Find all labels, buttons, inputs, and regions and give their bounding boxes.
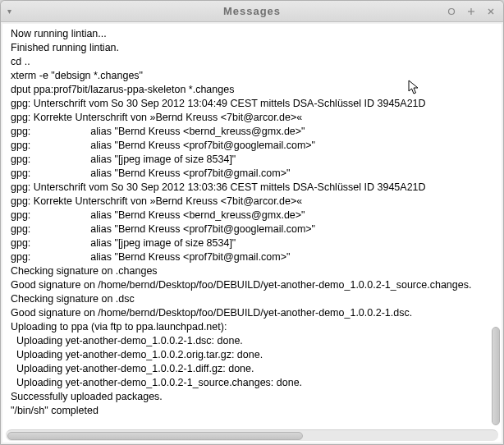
window-menu-icon[interactable]: ▾ — [7, 7, 11, 16]
output-line: Uploading to ppa (via ftp to ppa.launchp… — [11, 320, 493, 334]
close-button[interactable] — [485, 6, 497, 17]
output-line: Checking signature on .changes — [11, 264, 493, 278]
output-line: gpg: alias "Bernd Kreuss <prof7bit@gmail… — [11, 250, 493, 264]
svg-point-0 — [449, 8, 455, 14]
maximize-icon — [467, 7, 475, 16]
output-line: xterm -e "debsign *.changes" — [11, 69, 493, 83]
output-line: Good signature on /home/bernd/Desktop/fo… — [11, 306, 493, 320]
output-line: gpg: alias "Bernd Kreuss <prof7bit@gmail… — [11, 167, 493, 181]
output-line: gpg: alias "Bernd Kreuss <bernd_kreuss@g… — [11, 209, 493, 222]
output-line: Successfully uploaded packages. — [11, 390, 493, 404]
output-line: Uploading yet-another-demo_1.0.0.2-1_sou… — [11, 376, 493, 390]
minimize-icon — [447, 7, 456, 16]
output-line: gpg: Korrekte Unterschrift von »Bernd Kr… — [11, 111, 493, 125]
horizontal-scrollbar-thumb[interactable] — [7, 432, 303, 440]
window-controls — [446, 6, 497, 17]
output-line: dput ppa:prof7bit/lazarus-ppa-skeleton *… — [11, 83, 493, 97]
titlebar-left: ▾ — [7, 7, 11, 16]
close-icon — [487, 7, 495, 16]
minimize-button[interactable] — [446, 6, 457, 17]
output-line: gpg: alias "Bernd Kreuss <prof7bit@googl… — [11, 139, 493, 153]
vertical-scrollbar[interactable] — [490, 23, 502, 427]
content-wrap: Now running lintian... Finished running … — [2, 24, 502, 443]
maximize-button[interactable] — [465, 6, 477, 17]
titlebar[interactable]: ▾ Messages — [1, 1, 503, 22]
output-line: gpg: Unterschrift vom So 30 Sep 2012 13:… — [11, 181, 493, 195]
vertical-scrollbar-thumb[interactable] — [492, 327, 500, 425]
output-line: Now running lintian... — [11, 27, 493, 41]
output-line: gpg: alias "Bernd Kreuss <bernd_kreuss@g… — [11, 125, 493, 139]
output-line: Good signature on /home/bernd/Desktop/fo… — [11, 278, 493, 292]
output-line: Uploading yet-another-demo_1.0.0.2-1.dsc… — [11, 334, 493, 348]
output-line: gpg: alias "[jpeg image of size 8534]" — [11, 153, 493, 167]
output-line: gpg: Unterschrift vom So 30 Sep 2012 13:… — [11, 97, 493, 111]
output-line: gpg: alias "Bernd Kreuss <prof7bit@googl… — [11, 222, 493, 236]
messages-output[interactable]: Now running lintian... Finished running … — [2, 24, 502, 428]
output-line: gpg: Korrekte Unterschrift von »Bernd Kr… — [11, 195, 493, 209]
output-line: Checking signature on .dsc — [11, 292, 493, 306]
output-line: cd .. — [11, 55, 493, 69]
output-line: gpg: alias "[jpeg image of size 8534]" — [11, 236, 493, 250]
messages-window: ▾ Messages Now running lintian... Finish… — [0, 0, 504, 445]
output-line: Finished running lintian. — [11, 41, 493, 55]
horizontal-scrollbar[interactable] — [6, 429, 498, 441]
window-title: Messages — [223, 5, 281, 17]
output-line: Uploading yet-another-demo_1.0.0.2.orig.… — [11, 348, 493, 362]
output-line: Uploading yet-another-demo_1.0.0.2-1.dif… — [11, 362, 493, 376]
output-line: "/bin/sh" completed — [11, 404, 493, 418]
